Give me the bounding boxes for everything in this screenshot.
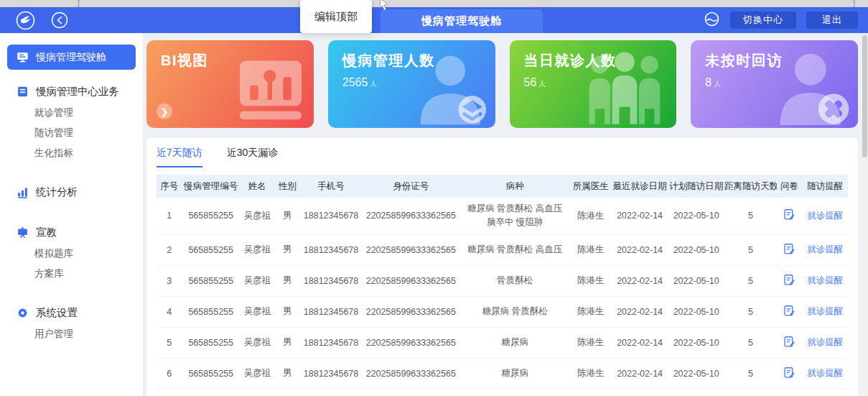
card-title: 慢病管理人数 [342, 51, 495, 70]
strip-right-mark: ] [853, 0, 855, 7]
cell-no: 2 [157, 234, 182, 265]
cell-planned_visit: 2022-05-10 [668, 265, 724, 296]
cell-no: 1 [157, 198, 182, 234]
cell-questionnaire [777, 389, 803, 396]
questionnaire-icon[interactable] [783, 243, 795, 257]
today-visits-card[interactable]: 当日就诊人数 56人 [510, 40, 677, 128]
tab-bar: 近7天随访 近30天漏诊 [157, 147, 848, 167]
card-arrow-button[interactable]: ❯ [157, 103, 172, 119]
questionnaire-icon[interactable] [783, 367, 795, 381]
cell-gender: 男 [275, 327, 301, 358]
cell-phone: 18812345678 [300, 265, 362, 296]
sidebar-item-followup-management[interactable]: 随访管理 [0, 123, 143, 143]
cell-gender: 男 [275, 265, 301, 296]
cell-last_visit: 2022-02-14 [612, 296, 668, 327]
sidebar-item-visit-management[interactable]: 就诊管理 [0, 103, 143, 123]
cell-diseases: 糖尿病 骨质酥松 高血压 [460, 234, 570, 265]
visit-reminder-link[interactable]: 就诊提醒 [807, 211, 843, 221]
cell-gender: 男 [275, 389, 301, 396]
back-button[interactable] [51, 11, 68, 29]
sidebar-item-label: 系统设置 [36, 306, 78, 320]
main-content: BI视图 ❯ [144, 33, 868, 396]
cell-reminder: 就诊提醒 [802, 389, 848, 396]
cell-id_card: 220258599633362565 [362, 358, 460, 389]
managed-patients-card[interactable]: 慢病管理人数 2565人 [328, 40, 495, 128]
cell-no: 5 [157, 327, 182, 358]
cell-gender: 男 [275, 198, 301, 234]
cell-diseases: 糖尿病 [460, 389, 570, 396]
stats-icon [17, 186, 29, 198]
sidebar-item-education[interactable]: 宣教 [0, 221, 143, 244]
followup-panel: 近7天随访 近30天漏诊 序号慢病管理编号姓名性别手机号身份证号病种所属医生最近… [146, 138, 858, 396]
sidebar-item-user-management[interactable]: 用户管理 [0, 324, 143, 344]
table-row: 4565855255吴彦祖男18812345678220258599633362… [157, 296, 848, 327]
visit-reminder-link[interactable]: 就诊提醒 [807, 337, 843, 347]
switch-center-button[interactable]: 切换中心 [730, 11, 796, 29]
sidebar-item-center-business[interactable]: 慢病管理中心业务 [0, 80, 143, 103]
cell-phone: 18812345678 [300, 234, 362, 265]
column-header: 随访提醒 [802, 175, 848, 198]
sidebar-item-system-settings[interactable]: 系统设置 [0, 301, 143, 324]
visit-reminder-link[interactable]: 就诊提醒 [807, 306, 843, 316]
cell-days: 5 [724, 358, 777, 389]
cell-no: 7 [157, 389, 182, 396]
questionnaire-icon[interactable] [783, 208, 795, 223]
sidebar-item-plan-library[interactable]: 方案库 [0, 264, 143, 284]
cell-no: 3 [157, 265, 182, 296]
cell-reminder: 就诊提醒 [802, 327, 848, 358]
cell-planned_visit: 2022-05-10 [668, 198, 724, 234]
visit-reminder-link[interactable]: 就诊提醒 [807, 244, 843, 254]
cell-id_card: 220258599633362565 [362, 327, 460, 358]
business-icon [17, 86, 29, 98]
cell-last_visit: 2022-02-14 [612, 389, 668, 396]
sidebar-item-mock-question-bank[interactable]: 模拟题库 [0, 244, 143, 264]
page-title-tab[interactable]: 慢病管理驾驶舱 [381, 9, 543, 33]
visit-reminder-link[interactable]: 就诊提醒 [807, 275, 843, 285]
cell-planned_visit: 2022-05-10 [668, 389, 724, 396]
scrollbar-thumb[interactable] [862, 35, 867, 157]
logout-button[interactable]: 退出 [806, 11, 858, 29]
bi-view-card[interactable]: BI视图 ❯ [146, 40, 314, 128]
browser-strip: [ ] [0, 0, 868, 7]
cell-reminder: 就诊提醒 [802, 296, 848, 327]
questionnaire-icon[interactable] [783, 305, 795, 319]
cell-doctor: 陈港生 [570, 296, 612, 327]
table-header-row: 序号慢病管理编号姓名性别手机号身份证号病种所属医生最近就诊日期计划随访日期距离随… [157, 175, 848, 198]
cell-questionnaire [777, 296, 803, 327]
cell-id: 565855255 [182, 198, 240, 234]
cell-days: 5 [724, 198, 777, 234]
column-header: 问卷 [777, 175, 803, 198]
cell-last_visit: 2022-02-14 [612, 358, 668, 389]
edit-top-menu-item[interactable]: 编辑顶部 [300, 0, 372, 33]
sidebar-item-statistics[interactable]: 统计分析 [0, 180, 143, 203]
followup-table: 序号慢病管理编号姓名性别手机号身份证号病种所属医生最近就诊日期计划随访日期距离随… [157, 175, 848, 396]
column-header: 最近就诊日期 [612, 175, 668, 198]
cell-gender: 男 [275, 234, 301, 265]
sidebar-item-label: 统计分析 [36, 185, 78, 199]
column-header: 病种 [460, 175, 570, 198]
cell-name: 吴彦祖 [240, 265, 275, 296]
cell-doctor: 陈港生 [570, 327, 612, 358]
cell-questionnaire [777, 234, 803, 265]
sidebar-item-biochemical-indicators[interactable]: 生化指标 [0, 143, 143, 163]
visit-reminder-link[interactable]: 就诊提醒 [807, 368, 843, 378]
missed-followup-card[interactable]: 未按时回访 8人 [691, 40, 858, 128]
cell-planned_visit: 2022-05-10 [668, 296, 724, 327]
table-row: 5565855255吴彦祖男18812345678220258599633362… [157, 327, 848, 358]
cell-doctor: 陈港生 [570, 389, 612, 396]
column-header: 计划随访日期 [668, 175, 724, 198]
cell-id: 565855255 [182, 327, 240, 358]
column-header: 身份证号 [362, 175, 460, 198]
notification-icon[interactable] [704, 11, 720, 30]
header-bar: 慢病管理驾驶舱 切换中心 退出 [0, 7, 868, 33]
cell-id_card: 220258599633362565 [362, 265, 460, 296]
questionnaire-icon[interactable] [783, 274, 795, 288]
tab-last-7-days-followup[interactable]: 近7天随访 [157, 147, 202, 167]
questionnaire-icon[interactable] [783, 336, 795, 350]
cell-phone: 18812345678 [300, 296, 362, 327]
sidebar-item-dashboard[interactable]: 慢病管理驾驶舱 [7, 45, 136, 70]
cell-name: 吴彦祖 [240, 389, 275, 396]
cell-id_card: 220258599633362565 [362, 234, 460, 265]
tab-last-30-days-missed[interactable]: 近30天漏诊 [227, 147, 279, 167]
column-header: 序号 [157, 175, 182, 198]
